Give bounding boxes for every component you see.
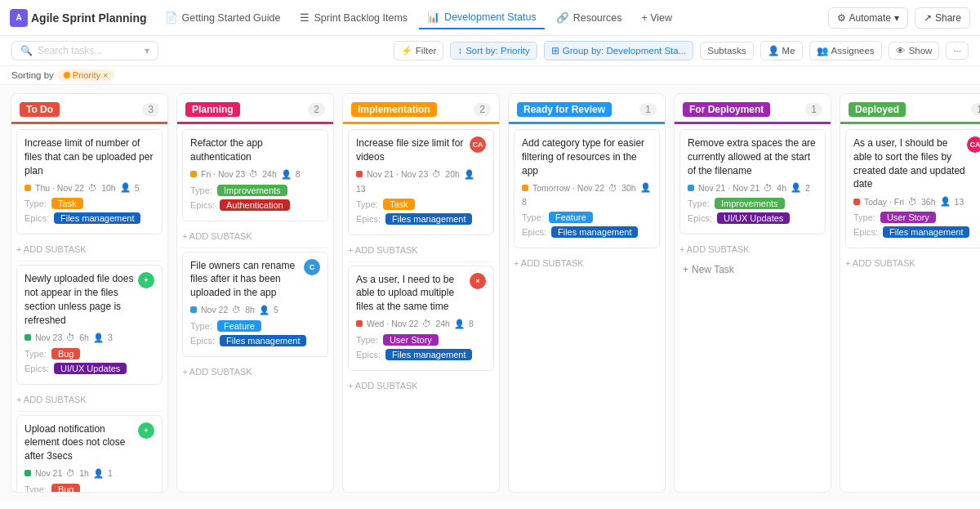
search-chevron: ▾ <box>145 45 149 56</box>
card-members: 13 <box>955 197 964 207</box>
tab-sprint-backlog[interactable]: ☰ Sprint Backlog Items <box>292 7 416 29</box>
add-subtask-button[interactable]: + ADD SUBTASK <box>182 364 328 380</box>
share-button[interactable]: ↗ Share <box>915 7 970 29</box>
person-icon: 👤 <box>259 305 270 315</box>
show-button[interactable]: 👁 Show <box>889 42 940 60</box>
person-icon: 👤 <box>120 182 131 193</box>
card-type-row: Type: Task <box>24 198 154 209</box>
tab-add-view[interactable]: + View <box>633 7 680 29</box>
tab-getting-started[interactable]: 📄 Getting Started Guide <box>157 7 289 29</box>
col-body-deployment: Remove extra spaces the are currently al… <box>675 124 831 492</box>
card[interactable]: Add category type for easier filtering o… <box>514 129 660 248</box>
person-icon: 👤 <box>940 196 951 207</box>
type-badge[interactable]: User Story <box>880 212 936 223</box>
card[interactable]: File owners can rename files after it ha… <box>182 252 328 357</box>
card-type-row: Type: Improvements <box>688 198 817 209</box>
top-bar: A Agile Sprint Planning 📄 Getting Starte… <box>0 0 980 36</box>
add-subtask-button[interactable]: + ADD SUBTASK <box>182 228 328 244</box>
search-input[interactable]: 🔍 Search tasks... ▾ <box>11 41 158 60</box>
type-badge[interactable]: Feature <box>217 320 261 332</box>
add-subtask-button[interactable]: + ADD SUBTASK <box>679 241 826 257</box>
card-avatar: CA <box>470 136 486 153</box>
card[interactable]: Remove extra spaces the are currently al… <box>679 129 826 234</box>
epic-badge[interactable]: Files management <box>385 349 473 360</box>
epic-badge[interactable]: Files management <box>551 226 639 238</box>
clock-icon: ⏱ <box>232 305 241 315</box>
filter-button[interactable]: ⚡ Filter <box>394 41 444 60</box>
card-type-row: Type: User Story <box>356 334 486 346</box>
card-members: 2 <box>805 183 810 193</box>
assignees-button[interactable]: 👥 Assignees <box>809 41 882 60</box>
more-options-button[interactable]: ··· <box>946 42 969 60</box>
tab-resources[interactable]: 🔗 Resources <box>548 7 630 29</box>
card-date: Nov 21 · Nov 21 <box>698 183 760 193</box>
type-badge[interactable]: Bug <box>51 348 81 359</box>
card[interactable]: As a user, I need to be able to upload m… <box>348 266 494 371</box>
clock-icon: ⏱ <box>66 468 75 478</box>
epic-badge[interactable]: Files management <box>220 335 307 346</box>
type-badge[interactable]: Improvements <box>217 185 287 196</box>
add-subtask-button[interactable]: + ADD SUBTASK <box>16 391 163 408</box>
col-body-planning: Refactor the app authentication Fri · No… <box>177 124 333 492</box>
col-header-todo: To Do 3 <box>11 94 167 124</box>
card-meta: Nov 22 ⏱ 8h 👤 5 <box>190 305 320 315</box>
group-button[interactable]: ⊞ Group by: Development Sta... <box>544 41 694 60</box>
sort-button[interactable]: ↕ Sort by: Priority <box>450 42 537 60</box>
add-subtask-button[interactable]: + ADD SUBTASK <box>16 241 163 257</box>
subtasks-button[interactable]: Subtasks <box>700 42 753 60</box>
add-subtask-button[interactable]: + ADD SUBTASK <box>348 377 494 394</box>
card-duration: 36h <box>921 197 936 207</box>
card-title: Upload notification element does not clo… <box>24 422 138 463</box>
card-epics-row: Epics: Files management <box>853 226 980 238</box>
card-epics-row: Epics: Files management <box>190 335 320 346</box>
card-duration: 1h <box>79 468 89 478</box>
card-title: As a user, I need to be able to upload m… <box>356 273 470 314</box>
epic-badge[interactable]: UI/UX Updates <box>717 212 790 224</box>
priority-badge[interactable]: Priority × <box>57 69 115 81</box>
add-subtask-button[interactable]: + ADD SUBTASK <box>514 255 660 271</box>
epic-badge[interactable]: UI/UX Updates <box>54 363 127 374</box>
type-badge[interactable]: Improvements <box>715 198 785 209</box>
col-title-ready: Ready for Review <box>517 102 612 117</box>
card-members: 8 <box>469 319 474 328</box>
col-count-implementation: 2 <box>474 103 491 116</box>
card-epics-row: Epics: Authentication <box>190 199 320 211</box>
card[interactable]: Increase limit of number of files that c… <box>16 129 163 234</box>
epic-badge[interactable]: Files management <box>54 212 141 224</box>
me-button[interactable]: 👤 Me <box>760 41 803 60</box>
card-epics-row: Epics: UI/UX Updates <box>24 363 154 374</box>
epic-badge[interactable]: Files management <box>385 213 473 225</box>
card[interactable]: Refactor the app authentication Fri · No… <box>182 129 328 221</box>
plus-icon: + <box>683 264 688 275</box>
flag-icon <box>24 185 31 191</box>
epics-label: Epics: <box>688 213 712 223</box>
clock-icon: ⏱ <box>908 197 917 207</box>
card-duration: 24h <box>435 319 450 328</box>
new-task-button[interactable]: + New Task <box>679 257 826 282</box>
tab-dev-status[interactable]: 📊 Development Status <box>419 6 545 29</box>
card[interactable]: Newly uploaded file does not appear in t… <box>16 265 163 384</box>
card[interactable]: Increase file size limit for videos CA N… <box>348 129 494 235</box>
search-icon: 🔍 <box>20 45 33 56</box>
type-badge[interactable]: User Story <box>383 334 439 346</box>
add-subtask-button[interactable]: + ADD SUBTASK <box>845 255 980 271</box>
type-label: Type: <box>356 335 378 345</box>
type-badge[interactable]: Feature <box>549 212 593 223</box>
col-header-deployment: For Deployment 1 <box>675 94 831 124</box>
epics-label: Epics: <box>24 364 49 373</box>
epic-badge[interactable]: Authentication <box>220 199 290 211</box>
card[interactable]: Upload notification element does not clo… <box>16 415 163 492</box>
type-badge[interactable]: Bug <box>51 484 81 492</box>
col-header-implementation: Implementation 2 <box>343 94 499 124</box>
card-avatar: + <box>138 272 154 288</box>
card[interactable]: As a user, I should be able to sort the … <box>845 129 980 248</box>
automate-button[interactable]: ⚙ Automate ▾ <box>828 7 908 29</box>
add-subtask-button[interactable]: + ADD SUBTASK <box>348 242 494 258</box>
type-badge[interactable]: Task <box>51 198 83 209</box>
card-header-row: Newly uploaded file does not appear in t… <box>24 272 154 332</box>
column-ready: Ready for Review 1 Add category type for… <box>508 93 666 493</box>
card-title: Increase limit of number of files that c… <box>24 136 154 177</box>
epic-badge[interactable]: Files management <box>883 226 970 238</box>
type-badge[interactable]: Task <box>383 199 415 210</box>
col-header-deployed: Deployed 1 <box>840 94 980 124</box>
